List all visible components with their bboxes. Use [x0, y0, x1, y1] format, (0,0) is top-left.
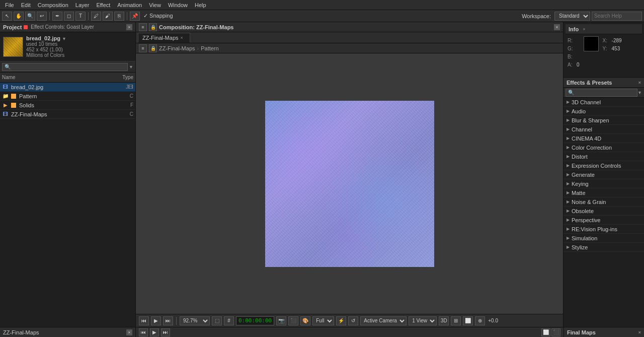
rotate-tool[interactable]: ↩	[37, 12, 47, 21]
comp-panel-close[interactable]: ×	[554, 24, 560, 30]
comp-play-btn[interactable]: ▶	[151, 316, 161, 325]
menu-animation[interactable]: Animation	[114, 1, 145, 9]
tl-end-btn1[interactable]: ⬜	[541, 328, 550, 336]
comp-play-back[interactable]: ⏮	[139, 316, 149, 325]
effect-arrow-blur: ▶	[567, 118, 570, 122]
arrow-tool[interactable]: ↖	[2, 12, 12, 21]
pin-tool[interactable]: 📌	[130, 12, 140, 21]
tl-play[interactable]: ▶	[150, 328, 159, 336]
effect-cat-simulation[interactable]: ▶ Simulation	[564, 234, 644, 243]
comp-tab-zzfinal[interactable]: ZZ-Final-Maps ×	[138, 33, 190, 43]
effect-cat-perspective[interactable]: ▶ Perspective	[564, 216, 644, 225]
view-count-selector[interactable]: 1 View	[409, 316, 437, 325]
effect-cat-color-correction[interactable]: ▶ Color Correction	[564, 143, 644, 152]
comp-3d-btn[interactable]: 3D	[439, 316, 449, 325]
mask-tool[interactable]: ◻	[64, 12, 74, 21]
effects-list: ▶ 3D Channel ▶ Audio ▶ Blur & Sharpen ▶ …	[564, 98, 644, 327]
effect-cat-channel[interactable]: ▶ Channel	[564, 125, 644, 134]
hand-tool[interactable]: ✋	[14, 12, 24, 21]
info-panel-close[interactable]: ×	[583, 27, 585, 32]
comp-grid-btn[interactable]: #	[224, 316, 234, 325]
project-item-zzfinal[interactable]: 🎞 ZZ-Final-Maps C	[0, 110, 135, 119]
comp-play-forward[interactable]: ⏭	[163, 316, 173, 325]
comp-panel-lock[interactable]: 🔒	[149, 23, 157, 31]
menu-effect[interactable]: Effect	[93, 1, 113, 9]
comp-fast-preview[interactable]: ⚡	[336, 316, 346, 325]
comp-transparency-btn[interactable]: ⬛	[288, 316, 298, 325]
comp-region-btn[interactable]: ⬚	[212, 316, 222, 325]
workspace-dropdown[interactable]: Standard	[554, 12, 590, 21]
zoom-tool[interactable]: 🔍	[25, 12, 35, 21]
comp-panel-menu[interactable]: ≡	[139, 23, 147, 31]
comp-overlay-btn[interactable]: ⊕	[475, 316, 485, 325]
text-tool[interactable]: T	[75, 12, 86, 21]
project-search-input[interactable]	[2, 63, 128, 71]
effects-panel-close[interactable]: ×	[638, 80, 641, 85]
comp-nav-lock[interactable]: 🔒	[149, 44, 157, 52]
comp-safe-btn[interactable]: ⬜	[463, 316, 473, 325]
comp-tab-zzfinal-close[interactable]: ×	[181, 35, 186, 40]
effect-cat-audio[interactable]: ▶ Audio	[564, 107, 644, 116]
tl-play-fwd[interactable]: ⏭	[161, 328, 170, 336]
pen-tool[interactable]: ✒	[52, 12, 62, 21]
panel-close-btn[interactable]: ×	[126, 24, 132, 30]
fm-close[interactable]: ×	[638, 330, 641, 335]
preview-info: bread_02.jpg ▼ used 10 times 452 x 452 (…	[26, 35, 132, 58]
comp-snapshot-btn[interactable]: 📷	[276, 316, 286, 325]
quality-selector[interactable]: Full	[312, 316, 334, 325]
info-row-a: A: 0	[568, 60, 580, 69]
effect-arrow-obs: ▶	[567, 209, 570, 213]
menu-file[interactable]: File	[2, 1, 17, 9]
menu-composition[interactable]: Composition	[35, 1, 71, 9]
effect-cat-keying[interactable]: ▶ Keying	[564, 179, 644, 188]
project-item-pattern[interactable]: 📁 Pattern C	[0, 92, 135, 101]
effect-cat-matte[interactable]: ▶ Matte	[564, 188, 644, 197]
search-help-input[interactable]	[592, 12, 642, 21]
comp-grid2-btn[interactable]: ⊞	[451, 316, 461, 325]
preview-name: bread_02.jpg ▼	[26, 35, 132, 41]
info-a-label: A:	[568, 62, 575, 68]
project-item-solids[interactable]: ▶ Solids F	[0, 101, 135, 110]
comp-tabs: ZZ-Final-Maps ×	[136, 32, 563, 43]
menu-layer[interactable]: Layer	[72, 1, 93, 9]
effect-cat-3d-channel[interactable]: ▶ 3D Channel	[564, 98, 644, 107]
comp-nav-menu[interactable]: ≡	[139, 44, 147, 52]
comp-channel-btn[interactable]: 🎨	[300, 316, 310, 325]
menu-edit[interactable]: Edit	[18, 1, 34, 9]
effect-label-c4d: CINEMA 4D	[572, 136, 601, 142]
camera-selector[interactable]: Active Camera	[360, 316, 407, 325]
tl-end-btn2[interactable]: ⬛	[551, 328, 560, 336]
paint-tool[interactable]: 🖊	[91, 12, 101, 21]
comp-nav-pattern[interactable]: Pattern	[201, 45, 218, 51]
effects-search-arrow[interactable]: ▼	[637, 90, 642, 95]
brush-tool[interactable]: 🖌	[103, 12, 113, 21]
effect-cat-blur[interactable]: ▶ Blur & Sharpen	[564, 116, 644, 125]
effect-cat-cinema4d[interactable]: ▶ CINEMA 4D	[564, 134, 644, 143]
comp-tab-zzfinal-label: ZZ-Final-Maps	[142, 35, 179, 41]
info-y-label: Y:	[603, 46, 610, 51]
menu-view[interactable]: View	[146, 1, 164, 9]
timeline-close[interactable]: ×	[126, 329, 132, 335]
effect-cat-generate[interactable]: ▶ Generate	[564, 170, 644, 179]
comp-sep1	[176, 317, 177, 325]
effect-arrow-expr: ▶	[567, 163, 570, 168]
effect-cat-distort[interactable]: ▶ Distort	[564, 152, 644, 161]
effect-cat-expression[interactable]: ▶ Expression Controls	[564, 161, 644, 170]
zoom-selector[interactable]: 92.7%	[180, 316, 210, 325]
effect-label-channel: Channel	[572, 126, 592, 132]
project-item-bread[interactable]: 🎞 bread_02.jpg J🎞	[0, 83, 135, 92]
info-color-block	[584, 36, 599, 69]
search-dropdown-arrow[interactable]: ▼	[129, 64, 133, 70]
comp-nav-zzfinal[interactable]: ZZ-Final-Maps	[159, 45, 195, 51]
effect-cat-obsolete[interactable]: ▶ Obsolete	[564, 207, 644, 216]
menu-help[interactable]: Help	[192, 1, 209, 9]
menu-window[interactable]: Window	[165, 1, 191, 9]
clone-tool[interactable]: ⎘	[114, 12, 124, 21]
effects-search-input[interactable]	[566, 89, 637, 97]
effect-cat-revision[interactable]: ▶ RE:Vision Plug-ins	[564, 225, 644, 234]
info-x-label: X:	[603, 38, 610, 43]
effect-cat-stylize[interactable]: ▶ Stylize	[564, 243, 644, 252]
tl-play-back[interactable]: ⏮	[139, 328, 148, 336]
effect-cat-noise[interactable]: ▶ Noise & Grain	[564, 197, 644, 207]
comp-refresh-btn[interactable]: ↺	[348, 316, 358, 325]
